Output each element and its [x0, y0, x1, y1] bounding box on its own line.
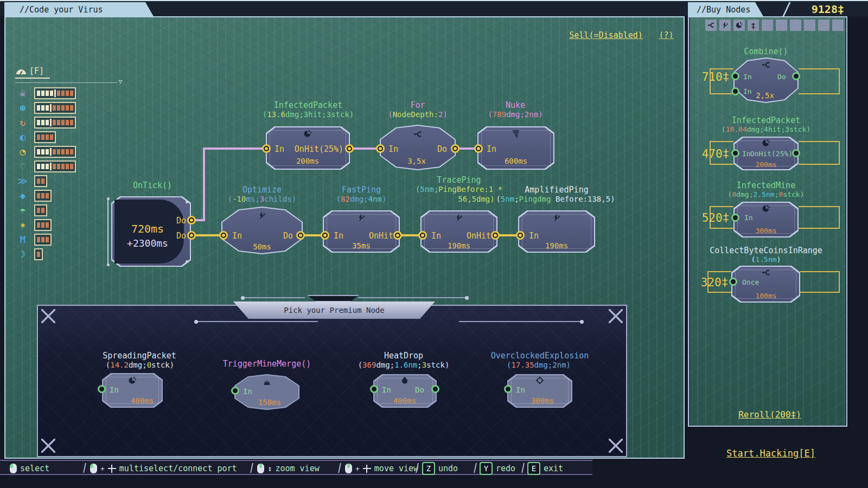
price-bracket	[799, 68, 840, 94]
port-onhit[interactable]	[393, 231, 402, 240]
premium-sub-heatdrop: (369dmg;1.6nm;3stck)	[358, 361, 450, 369]
port-label: In	[431, 231, 441, 241]
shop-tab-empty[interactable]	[804, 20, 815, 31]
port-in[interactable]	[731, 87, 739, 95]
port-label: In	[382, 386, 391, 394]
game-screen: Pick your Premium Node //Code your Virus…	[0, 0, 868, 488]
lightning-icon	[258, 211, 267, 220]
premium-sub-spreadingpacket: (14.2dmg;0stck)	[106, 361, 174, 369]
port-label: Do	[437, 144, 447, 154]
port-do[interactable]	[296, 231, 305, 240]
start-hacking-link[interactable]: Start.Hacking[E]	[726, 448, 815, 459]
port-in[interactable]	[321, 231, 329, 240]
help-link[interactable]: (?)	[659, 30, 673, 40]
virus-stats-list: ☠⊕↻◐◔♡≫◆☂✶Ħ☽	[16, 86, 76, 261]
sell-link[interactable]: Sell(=Disabled)	[569, 30, 642, 40]
wire	[203, 147, 267, 150]
stat-bar	[34, 117, 76, 129]
hud-line	[15, 82, 117, 83]
premium-title-overclockedexplosion: OverclockedExplosion	[491, 351, 589, 361]
node-time: 190ms	[545, 241, 568, 250]
port-in[interactable]	[731, 214, 739, 222]
port-in[interactable]	[516, 231, 525, 240]
shop-sub-infectedmine: (0dmg;2.5nm;0stck)	[728, 190, 805, 198]
shop-tab-virus[interactable]	[733, 20, 745, 31]
port-label: In	[388, 144, 398, 154]
port-label: Once	[742, 278, 759, 286]
port-in[interactable]	[376, 144, 385, 153]
shop-price: 320‡	[701, 276, 729, 289]
port-once[interactable]	[729, 278, 737, 286]
mine-icon	[263, 378, 272, 386]
port-in[interactable]	[418, 231, 427, 240]
price-bracket	[799, 206, 840, 229]
port-label: OnHit(25%)	[750, 150, 793, 158]
fast-forward-icon: ≫	[16, 176, 29, 186]
port-label: OnHit(25%)	[295, 144, 343, 154]
shop-tab-empty[interactable]	[762, 20, 773, 31]
crosshair-icon: ⊕	[16, 103, 29, 113]
shop-tab-lightning[interactable]	[719, 20, 731, 31]
branch-icon	[413, 130, 423, 138]
port-do[interactable]	[792, 72, 800, 80]
node-title-optimize: Optimize	[242, 185, 282, 195]
port-do[interactable]	[431, 385, 439, 393]
comet-icon: ◐	[16, 132, 29, 142]
port-in[interactable]	[231, 387, 239, 395]
shop-title-infectedmine: InfectedMine	[737, 181, 795, 190]
stat-umbrella: ☂	[16, 203, 76, 217]
port-in[interactable]	[504, 385, 512, 393]
shop-tab-empty[interactable]	[818, 20, 829, 31]
node-sub-nuke: (789dmg;2nm)	[488, 110, 542, 119]
stat-crosshair: ⊕	[16, 100, 76, 115]
port-in[interactable]	[474, 144, 483, 153]
port-onhit[interactable]	[792, 149, 800, 157]
port-onhit[interactable]	[491, 231, 500, 240]
stat-power: ↻	[16, 115, 76, 130]
flame-icon	[400, 376, 410, 384]
port-in[interactable]	[731, 149, 739, 157]
premium-title-triggerminemerge: TriggerMineMerge()	[223, 359, 311, 369]
node-time: 200ms	[296, 157, 319, 165]
hud-arrow-icon: ▽	[119, 78, 123, 85]
shop-tab-branch[interactable]	[705, 20, 717, 31]
node-time: 35ms	[352, 241, 371, 250]
shop-tab-empty[interactable]	[776, 20, 787, 31]
reroll-link[interactable]: Reroll(200‡)	[738, 409, 801, 420]
node-time: 100ms	[755, 292, 776, 300]
node-time: 300ms	[531, 396, 554, 405]
port-ontick-do1[interactable]	[187, 216, 196, 224]
shop-title-combine: Combine()	[744, 47, 788, 56]
shop-tab-dagger[interactable]: ‡	[748, 20, 759, 31]
port-ontick-do2[interactable]	[187, 231, 196, 240]
stat-gauge: ◔	[16, 144, 76, 159]
shop-tab-empty[interactable]	[832, 20, 844, 31]
stat-bar	[34, 175, 47, 187]
stat-bar	[34, 190, 52, 202]
virus-icon	[128, 376, 137, 384]
port-do[interactable]	[451, 144, 459, 153]
port-in[interactable]	[98, 385, 106, 393]
node-sub-fastping: (82dmg;4nm)	[336, 195, 387, 203]
port-label: In	[232, 231, 242, 241]
stat-bar	[34, 131, 56, 143]
shop-title-infectedpacket: InfectedPacket	[732, 115, 800, 125]
node-time: 400ms	[393, 396, 416, 405]
shop-tab-empty[interactable]	[790, 20, 801, 31]
shop-price: 470‡	[702, 147, 730, 160]
premium-sub-overclockedexplosion: (17.35dmg;2nm)	[507, 361, 571, 369]
node-title-infectedpacket: InfectedPacket	[274, 100, 342, 110]
port-in[interactable]	[370, 385, 378, 393]
port-in[interactable]	[731, 72, 739, 80]
port-in[interactable]	[219, 231, 228, 240]
port-label: Do	[777, 73, 786, 81]
lightning-icon	[455, 214, 464, 222]
node-time: 400ms	[131, 396, 154, 405]
skull-icon: ☠	[16, 88, 29, 98]
stat-horn: ☽	[16, 247, 76, 261]
port-label: In	[487, 144, 496, 154]
port-in[interactable]	[262, 144, 271, 153]
port-onhit[interactable]	[345, 144, 354, 153]
port-label: In	[275, 144, 284, 154]
virus-icon	[762, 139, 771, 147]
